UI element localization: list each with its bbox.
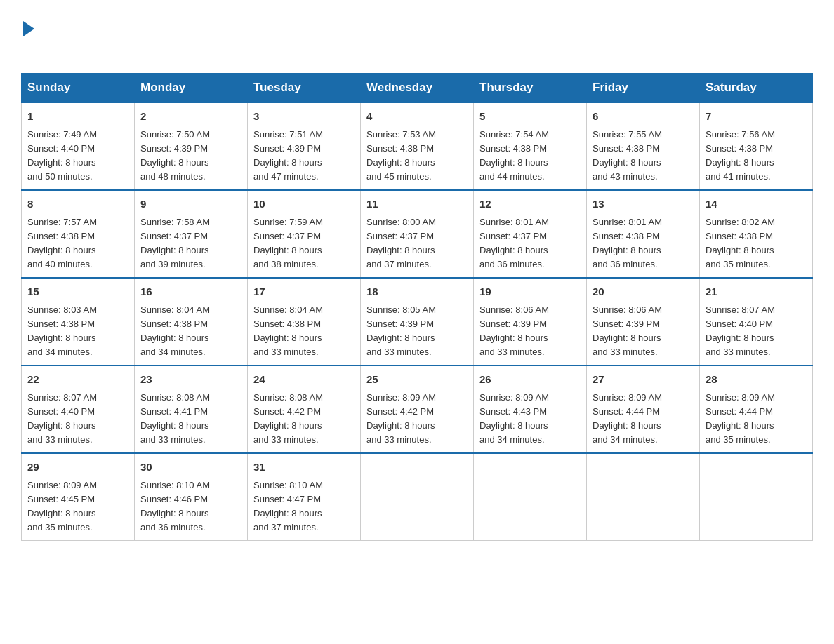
day-cell-7: 7 Sunrise: 7:56 AMSunset: 4:38 PMDayligh… bbox=[700, 102, 813, 190]
day-cell-16: 16 Sunrise: 8:04 AMSunset: 4:38 PMDaylig… bbox=[135, 278, 248, 365]
day-info: Sunrise: 8:07 AMSunset: 4:40 PMDaylight:… bbox=[27, 391, 128, 448]
day-info: Sunrise: 8:03 AMSunset: 4:38 PMDaylight:… bbox=[27, 303, 128, 360]
day-cell-23: 23 Sunrise: 8:08 AMSunset: 4:41 PMDaylig… bbox=[135, 365, 248, 453]
day-cell-31: 31 Sunrise: 8:10 AMSunset: 4:47 PMDaylig… bbox=[248, 453, 361, 541]
day-number: 5 bbox=[479, 109, 581, 125]
day-number: 9 bbox=[140, 196, 241, 213]
day-number: 14 bbox=[706, 196, 807, 213]
day-cell-8: 8 Sunrise: 7:57 AMSunset: 4:38 PMDayligh… bbox=[22, 190, 135, 278]
day-number: 30 bbox=[140, 459, 241, 476]
weekday-header-friday: Friday bbox=[587, 74, 700, 103]
day-info: Sunrise: 7:49 AMSunset: 4:40 PMDaylight:… bbox=[27, 128, 128, 185]
day-number: 12 bbox=[479, 196, 581, 213]
day-number: 8 bbox=[27, 196, 128, 213]
day-cell-5: 5 Sunrise: 7:54 AMSunset: 4:38 PMDayligh… bbox=[474, 102, 587, 190]
day-number: 29 bbox=[27, 459, 128, 476]
empty-cell bbox=[700, 453, 813, 541]
day-number: 3 bbox=[253, 109, 355, 125]
day-info: Sunrise: 8:08 AMSunset: 4:42 PMDaylight:… bbox=[253, 391, 355, 448]
day-cell-13: 13 Sunrise: 8:01 AMSunset: 4:38 PMDaylig… bbox=[587, 190, 700, 278]
day-cell-12: 12 Sunrise: 8:01 AMSunset: 4:37 PMDaylig… bbox=[474, 190, 587, 278]
day-info: Sunrise: 8:09 AMSunset: 4:43 PMDaylight:… bbox=[479, 391, 581, 448]
day-number: 6 bbox=[593, 109, 694, 125]
day-info: Sunrise: 8:06 AMSunset: 4:39 PMDaylight:… bbox=[593, 303, 694, 360]
day-info: Sunrise: 8:05 AMSunset: 4:39 PMDaylight:… bbox=[366, 303, 468, 360]
logo bbox=[21, 21, 34, 59]
day-info: Sunrise: 8:10 AMSunset: 4:47 PMDaylight:… bbox=[253, 478, 355, 535]
day-info: Sunrise: 8:06 AMSunset: 4:39 PMDaylight:… bbox=[479, 303, 581, 360]
empty-cell bbox=[474, 453, 587, 541]
day-info: Sunrise: 8:08 AMSunset: 4:41 PMDaylight:… bbox=[140, 391, 241, 448]
day-cell-26: 26 Sunrise: 8:09 AMSunset: 4:43 PMDaylig… bbox=[474, 365, 587, 453]
day-cell-21: 21 Sunrise: 8:07 AMSunset: 4:40 PMDaylig… bbox=[700, 278, 813, 365]
day-number: 18 bbox=[366, 284, 468, 300]
day-info: Sunrise: 8:07 AMSunset: 4:40 PMDaylight:… bbox=[706, 303, 807, 360]
weekday-header-sunday: Sunday bbox=[22, 74, 135, 103]
day-info: Sunrise: 8:00 AMSunset: 4:37 PMDaylight:… bbox=[366, 215, 468, 272]
week-row-1: 1 Sunrise: 7:49 AMSunset: 4:40 PMDayligh… bbox=[22, 102, 813, 190]
day-info: Sunrise: 7:59 AMSunset: 4:37 PMDaylight:… bbox=[253, 215, 355, 272]
day-cell-28: 28 Sunrise: 8:09 AMSunset: 4:44 PMDaylig… bbox=[700, 365, 813, 453]
day-info: Sunrise: 7:56 AMSunset: 4:38 PMDaylight:… bbox=[706, 128, 807, 185]
day-cell-20: 20 Sunrise: 8:06 AMSunset: 4:39 PMDaylig… bbox=[587, 278, 700, 365]
day-info: Sunrise: 8:04 AMSunset: 4:38 PMDaylight:… bbox=[253, 303, 355, 360]
day-info: Sunrise: 8:04 AMSunset: 4:38 PMDaylight:… bbox=[140, 303, 241, 360]
day-cell-4: 4 Sunrise: 7:53 AMSunset: 4:38 PMDayligh… bbox=[361, 102, 474, 190]
day-number: 13 bbox=[593, 196, 694, 213]
day-cell-27: 27 Sunrise: 8:09 AMSunset: 4:44 PMDaylig… bbox=[587, 365, 700, 453]
day-info: Sunrise: 8:10 AMSunset: 4:46 PMDaylight:… bbox=[140, 478, 241, 535]
day-info: Sunrise: 8:09 AMSunset: 4:44 PMDaylight:… bbox=[706, 391, 807, 448]
day-number: 24 bbox=[253, 372, 355, 388]
day-cell-15: 15 Sunrise: 8:03 AMSunset: 4:38 PMDaylig… bbox=[22, 278, 135, 365]
day-cell-3: 3 Sunrise: 7:51 AMSunset: 4:39 PMDayligh… bbox=[248, 102, 361, 190]
day-cell-24: 24 Sunrise: 8:08 AMSunset: 4:42 PMDaylig… bbox=[248, 365, 361, 453]
day-cell-18: 18 Sunrise: 8:05 AMSunset: 4:39 PMDaylig… bbox=[361, 278, 474, 365]
day-number: 21 bbox=[706, 284, 807, 300]
day-number: 31 bbox=[253, 459, 355, 476]
weekday-header-row: SundayMondayTuesdayWednesdayThursdayFrid… bbox=[22, 74, 813, 103]
day-number: 17 bbox=[253, 284, 355, 300]
day-cell-6: 6 Sunrise: 7:55 AMSunset: 4:38 PMDayligh… bbox=[587, 102, 700, 190]
weekday-header-saturday: Saturday bbox=[700, 74, 813, 103]
day-number: 1 bbox=[27, 109, 128, 125]
day-number: 22 bbox=[27, 372, 128, 388]
week-row-5: 29 Sunrise: 8:09 AMSunset: 4:45 PMDaylig… bbox=[22, 453, 813, 541]
week-row-2: 8 Sunrise: 7:57 AMSunset: 4:38 PMDayligh… bbox=[22, 190, 813, 278]
empty-cell bbox=[587, 453, 700, 541]
day-cell-19: 19 Sunrise: 8:06 AMSunset: 4:39 PMDaylig… bbox=[474, 278, 587, 365]
day-number: 25 bbox=[366, 372, 468, 388]
day-info: Sunrise: 8:01 AMSunset: 4:38 PMDaylight:… bbox=[593, 215, 694, 272]
weekday-header-wednesday: Wednesday bbox=[361, 74, 474, 103]
weekday-header-tuesday: Tuesday bbox=[248, 74, 361, 103]
day-cell-22: 22 Sunrise: 8:07 AMSunset: 4:40 PMDaylig… bbox=[22, 365, 135, 453]
day-cell-17: 17 Sunrise: 8:04 AMSunset: 4:38 PMDaylig… bbox=[248, 278, 361, 365]
empty-cell bbox=[361, 453, 474, 541]
day-number: 20 bbox=[593, 284, 694, 300]
day-number: 27 bbox=[593, 372, 694, 388]
day-cell-29: 29 Sunrise: 8:09 AMSunset: 4:45 PMDaylig… bbox=[22, 453, 135, 541]
day-info: Sunrise: 7:57 AMSunset: 4:38 PMDaylight:… bbox=[27, 215, 128, 272]
logo-triangle-icon bbox=[23, 21, 34, 36]
day-info: Sunrise: 8:09 AMSunset: 4:44 PMDaylight:… bbox=[593, 391, 694, 448]
day-number: 7 bbox=[706, 109, 807, 125]
day-info: Sunrise: 7:53 AMSunset: 4:38 PMDaylight:… bbox=[366, 128, 468, 185]
day-cell-9: 9 Sunrise: 7:58 AMSunset: 4:37 PMDayligh… bbox=[135, 190, 248, 278]
day-info: Sunrise: 7:58 AMSunset: 4:37 PMDaylight:… bbox=[140, 215, 241, 272]
day-number: 11 bbox=[366, 196, 468, 213]
day-info: Sunrise: 7:50 AMSunset: 4:39 PMDaylight:… bbox=[140, 128, 241, 185]
weekday-header-thursday: Thursday bbox=[474, 74, 587, 103]
page-header bbox=[21, 21, 813, 59]
day-info: Sunrise: 7:54 AMSunset: 4:38 PMDaylight:… bbox=[479, 128, 581, 185]
day-cell-14: 14 Sunrise: 8:02 AMSunset: 4:38 PMDaylig… bbox=[700, 190, 813, 278]
day-cell-25: 25 Sunrise: 8:09 AMSunset: 4:42 PMDaylig… bbox=[361, 365, 474, 453]
day-cell-30: 30 Sunrise: 8:10 AMSunset: 4:46 PMDaylig… bbox=[135, 453, 248, 541]
weekday-header-monday: Monday bbox=[135, 74, 248, 103]
day-number: 23 bbox=[140, 372, 241, 388]
calendar-table: SundayMondayTuesdayWednesdayThursdayFrid… bbox=[21, 73, 813, 541]
day-cell-11: 11 Sunrise: 8:00 AMSunset: 4:37 PMDaylig… bbox=[361, 190, 474, 278]
day-cell-1: 1 Sunrise: 7:49 AMSunset: 4:40 PMDayligh… bbox=[22, 102, 135, 190]
day-number: 10 bbox=[253, 196, 355, 213]
day-cell-10: 10 Sunrise: 7:59 AMSunset: 4:37 PMDaylig… bbox=[248, 190, 361, 278]
day-number: 26 bbox=[479, 372, 581, 388]
week-row-4: 22 Sunrise: 8:07 AMSunset: 4:40 PMDaylig… bbox=[22, 365, 813, 453]
